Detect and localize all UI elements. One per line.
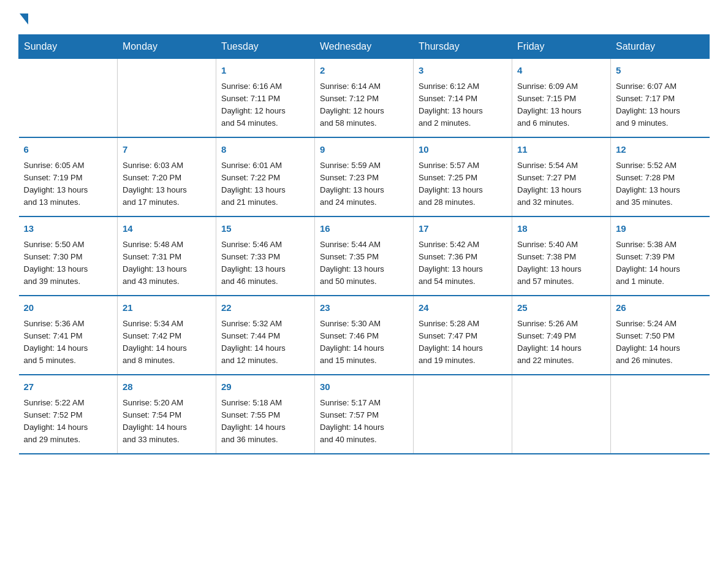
day-number: 3 [419,64,507,78]
calendar-cell: 30Sunrise: 5:17 AM Sunset: 7:57 PM Dayli… [315,375,414,454]
calendar-header: SundayMondayTuesdayWednesdayThursdayFrid… [19,35,710,59]
header-cell-saturday: Saturday [611,35,710,59]
calendar-cell: 14Sunrise: 5:48 AM Sunset: 7:31 PM Dayli… [118,216,216,296]
day-number: 6 [24,143,113,157]
calendar-cell: 8Sunrise: 6:01 AM Sunset: 7:22 PM Daylig… [216,137,315,216]
calendar-cell: 1Sunrise: 6:16 AM Sunset: 7:11 PM Daylig… [216,59,315,138]
calendar-cell: 2Sunrise: 6:14 AM Sunset: 7:12 PM Daylig… [315,59,414,138]
day-info: Sunrise: 5:38 AM Sunset: 7:39 PM Dayligh… [616,239,705,288]
day-number: 8 [221,143,309,157]
day-number: 15 [221,222,309,236]
day-number: 20 [24,301,113,315]
week-row-1: 1Sunrise: 6:16 AM Sunset: 7:11 PM Daylig… [19,59,710,138]
day-number: 1 [221,64,309,78]
day-number: 26 [616,301,705,315]
day-info: Sunrise: 5:46 AM Sunset: 7:33 PM Dayligh… [221,239,309,288]
day-number: 7 [123,143,211,157]
day-number: 4 [517,64,605,78]
calendar-cell: 3Sunrise: 6:12 AM Sunset: 7:14 PM Daylig… [414,59,512,138]
calendar-cell: 24Sunrise: 5:28 AM Sunset: 7:47 PM Dayli… [414,296,512,375]
day-info: Sunrise: 5:18 AM Sunset: 7:55 PM Dayligh… [221,397,309,446]
day-number: 29 [221,380,309,394]
day-info: Sunrise: 5:59 AM Sunset: 7:23 PM Dayligh… [320,159,408,209]
calendar-cell [512,375,611,454]
day-info: Sunrise: 5:50 AM Sunset: 7:30 PM Dayligh… [24,239,113,288]
day-info: Sunrise: 5:44 AM Sunset: 7:35 PM Dayligh… [320,239,408,288]
calendar-cell: 18Sunrise: 5:40 AM Sunset: 7:38 PM Dayli… [512,216,611,296]
day-info: Sunrise: 6:01 AM Sunset: 7:22 PM Dayligh… [221,159,309,209]
day-info: Sunrise: 5:28 AM Sunset: 7:47 PM Dayligh… [419,318,507,367]
day-info: Sunrise: 6:16 AM Sunset: 7:11 PM Dayligh… [221,80,309,130]
calendar-cell: 5Sunrise: 6:07 AM Sunset: 7:17 PM Daylig… [611,59,710,138]
day-info: Sunrise: 5:17 AM Sunset: 7:57 PM Dayligh… [320,397,408,446]
day-number: 30 [320,380,408,394]
header-cell-sunday: Sunday [19,35,118,59]
day-number: 21 [123,301,211,315]
calendar-cell: 21Sunrise: 5:34 AM Sunset: 7:42 PM Dayli… [118,296,216,375]
day-info: Sunrise: 5:52 AM Sunset: 7:28 PM Dayligh… [616,159,705,209]
day-info: Sunrise: 5:40 AM Sunset: 7:38 PM Dayligh… [517,239,605,288]
calendar-cell: 20Sunrise: 5:36 AM Sunset: 7:41 PM Dayli… [19,296,118,375]
day-number: 2 [320,64,408,78]
header-cell-monday: Monday [118,35,216,59]
calendar-cell: 9Sunrise: 5:59 AM Sunset: 7:23 PM Daylig… [315,137,414,216]
day-info: Sunrise: 6:03 AM Sunset: 7:20 PM Dayligh… [123,159,211,209]
day-info: Sunrise: 5:42 AM Sunset: 7:36 PM Dayligh… [419,239,507,288]
day-number: 24 [419,301,507,315]
day-info: Sunrise: 5:34 AM Sunset: 7:42 PM Dayligh… [123,318,211,367]
day-number: 11 [517,143,605,157]
calendar-cell: 29Sunrise: 5:18 AM Sunset: 7:55 PM Dayli… [216,375,315,454]
day-info: Sunrise: 5:22 AM Sunset: 7:52 PM Dayligh… [24,397,113,446]
day-number: 5 [616,64,705,78]
day-info: Sunrise: 5:36 AM Sunset: 7:41 PM Dayligh… [24,318,113,367]
header-cell-wednesday: Wednesday [315,35,414,59]
day-number: 28 [123,380,211,394]
day-info: Sunrise: 5:32 AM Sunset: 7:44 PM Dayligh… [221,318,309,367]
logo [18,12,28,23]
calendar-cell: 15Sunrise: 5:46 AM Sunset: 7:33 PM Dayli… [216,216,315,296]
day-number: 12 [616,143,705,157]
calendar-cell: 10Sunrise: 5:57 AM Sunset: 7:25 PM Dayli… [414,137,512,216]
day-info: Sunrise: 5:30 AM Sunset: 7:46 PM Dayligh… [320,318,408,367]
header-cell-friday: Friday [512,35,611,59]
calendar-cell: 13Sunrise: 5:50 AM Sunset: 7:30 PM Dayli… [19,216,118,296]
day-number: 9 [320,143,408,157]
week-row-2: 6Sunrise: 6:05 AM Sunset: 7:19 PM Daylig… [19,137,710,216]
day-info: Sunrise: 6:09 AM Sunset: 7:15 PM Dayligh… [517,80,605,130]
calendar-cell: 26Sunrise: 5:24 AM Sunset: 7:50 PM Dayli… [611,296,710,375]
logo-arrow-icon [20,13,28,25]
day-number: 19 [616,222,705,236]
calendar-cell: 23Sunrise: 5:30 AM Sunset: 7:46 PM Dayli… [315,296,414,375]
day-info: Sunrise: 5:57 AM Sunset: 7:25 PM Dayligh… [419,159,507,209]
calendar-cell: 25Sunrise: 5:26 AM Sunset: 7:49 PM Dayli… [512,296,611,375]
day-number: 22 [221,301,309,315]
header-row: SundayMondayTuesdayWednesdayThursdayFrid… [19,35,710,59]
day-info: Sunrise: 5:26 AM Sunset: 7:49 PM Dayligh… [517,318,605,367]
calendar-cell: 22Sunrise: 5:32 AM Sunset: 7:44 PM Dayli… [216,296,315,375]
calendar-cell: 19Sunrise: 5:38 AM Sunset: 7:39 PM Dayli… [611,216,710,296]
calendar-table: SundayMondayTuesdayWednesdayThursdayFrid… [18,34,710,454]
calendar-cell: 28Sunrise: 5:20 AM Sunset: 7:54 PM Dayli… [118,375,216,454]
day-info: Sunrise: 5:20 AM Sunset: 7:54 PM Dayligh… [123,397,211,446]
page-header [18,12,710,23]
week-row-5: 27Sunrise: 5:22 AM Sunset: 7:52 PM Dayli… [19,375,710,454]
day-info: Sunrise: 5:24 AM Sunset: 7:50 PM Dayligh… [616,318,705,367]
calendar-cell: 12Sunrise: 5:52 AM Sunset: 7:28 PM Dayli… [611,137,710,216]
day-number: 14 [123,222,211,236]
calendar-body: 1Sunrise: 6:16 AM Sunset: 7:11 PM Daylig… [19,59,710,454]
day-number: 17 [419,222,507,236]
header-cell-thursday: Thursday [414,35,512,59]
header-cell-tuesday: Tuesday [216,35,315,59]
day-number: 10 [419,143,507,157]
day-number: 18 [517,222,605,236]
week-row-4: 20Sunrise: 5:36 AM Sunset: 7:41 PM Dayli… [19,296,710,375]
day-number: 27 [24,380,113,394]
day-info: Sunrise: 5:48 AM Sunset: 7:31 PM Dayligh… [123,239,211,288]
day-info: Sunrise: 6:14 AM Sunset: 7:12 PM Dayligh… [320,80,408,130]
calendar-cell: 7Sunrise: 6:03 AM Sunset: 7:20 PM Daylig… [118,137,216,216]
calendar-cell [414,375,512,454]
day-number: 23 [320,301,408,315]
calendar-cell: 6Sunrise: 6:05 AM Sunset: 7:19 PM Daylig… [19,137,118,216]
day-info: Sunrise: 5:54 AM Sunset: 7:27 PM Dayligh… [517,159,605,209]
week-row-3: 13Sunrise: 5:50 AM Sunset: 7:30 PM Dayli… [19,216,710,296]
